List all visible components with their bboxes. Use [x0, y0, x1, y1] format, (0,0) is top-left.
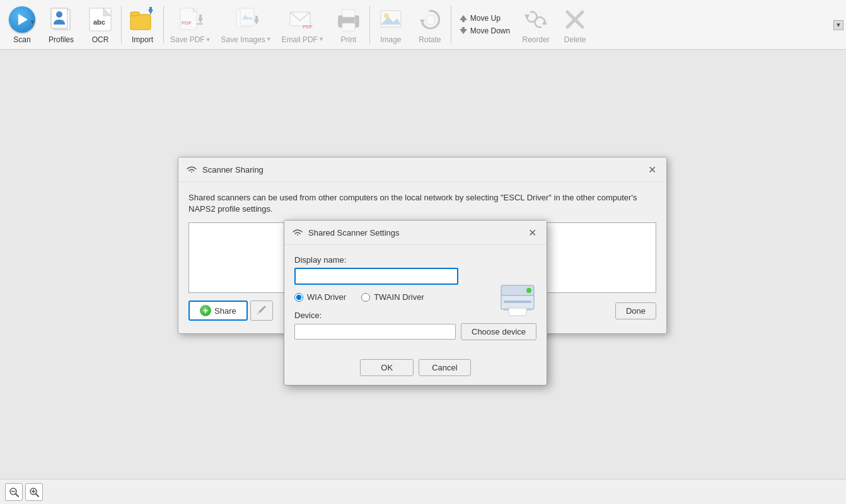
display-name-field-label: Display name: — [294, 255, 536, 265]
svg-marker-35 — [460, 29, 467, 34]
device-input[interactable] — [294, 324, 456, 340]
svg-text:PDF: PDF — [303, 24, 313, 30]
delete-label: Delete — [564, 35, 586, 44]
image-label: Image — [380, 35, 401, 44]
svg-rect-1 — [51, 8, 67, 28]
email-pdf-label: Email PDF — [282, 35, 318, 44]
svg-rect-20 — [255, 16, 258, 21]
svg-rect-9 — [149, 7, 152, 11]
image-button[interactable]: Image — [371, 2, 410, 47]
toolbar: ▼ Scan Profiles — [0, 0, 846, 50]
edit-scanner-button[interactable] — [250, 301, 273, 321]
svg-rect-43 — [504, 301, 531, 303]
shared-scanner-settings-dialog: Shared Scanner Settings ✕ Display name: — [284, 220, 547, 386]
svg-rect-15 — [197, 23, 203, 25]
move-down-button[interactable]: Move Down — [456, 25, 513, 37]
scan-dropdown-arrow[interactable]: ▼ — [30, 19, 35, 25]
move-down-label: Move Down — [470, 26, 510, 35]
ocr-button[interactable]: abc OCR — [81, 2, 120, 47]
scanner-illustration — [499, 283, 536, 319]
save-images-button[interactable]: Save Images ▼ — [216, 2, 277, 47]
svg-rect-47 — [526, 308, 531, 311]
zoom-out-icon — [9, 487, 19, 497]
save-pdf-dropdown-arrow[interactable]: ▼ — [206, 37, 211, 43]
import-icon — [129, 7, 156, 32]
svg-rect-6 — [130, 14, 151, 30]
save-images-icon — [233, 7, 260, 32]
svg-marker-32 — [460, 15, 467, 20]
move-up-button[interactable]: Move Up — [456, 12, 503, 25]
delete-icon — [562, 7, 588, 32]
save-pdf-button[interactable]: PDF Save PDF ▼ — [165, 2, 216, 47]
wia-driver-radio[interactable] — [294, 293, 303, 302]
reorder-button[interactable]: Reorder — [516, 2, 555, 47]
ocr-label: OCR — [92, 35, 109, 44]
email-pdf-icon: PDF — [289, 7, 316, 32]
svg-rect-27 — [381, 11, 401, 27]
main-content-area: Scanner Sharing ✕ Shared scanners can be… — [0, 50, 846, 504]
twain-driver-label-text: TWAIN Driver — [374, 292, 424, 302]
scan-label: Scan — [13, 35, 30, 44]
import-label: Import — [132, 35, 153, 44]
delete-button[interactable]: Delete — [555, 2, 594, 47]
zoom-in-icon — [29, 487, 39, 497]
twain-driver-radio[interactable] — [361, 293, 370, 302]
svg-point-44 — [526, 288, 531, 293]
share-scanner-button[interactable]: + Share — [188, 301, 248, 321]
save-pdf-icon: PDF — [178, 7, 203, 32]
print-button[interactable]: Print — [329, 2, 368, 47]
display-name-input[interactable] — [294, 268, 458, 285]
shared-scanner-wifi-icon — [292, 228, 303, 237]
shared-scanner-close-button[interactable]: ✕ — [525, 226, 539, 239]
reorder-label: Reorder — [523, 35, 550, 44]
print-icon — [336, 7, 361, 32]
save-pdf-label: Save PDF — [170, 35, 205, 44]
svg-marker-30 — [420, 20, 425, 25]
profiles-label: Profiles — [49, 35, 74, 44]
wia-driver-radio-label[interactable]: WIA Driver — [294, 292, 346, 302]
save-images-label: Save Images — [221, 35, 265, 44]
scanner-image-icon — [499, 283, 536, 317]
save-images-dropdown-arrow[interactable]: ▼ — [266, 36, 272, 42]
svg-text:abc: abc — [93, 18, 105, 26]
wia-driver-label-text: WIA Driver — [307, 292, 346, 302]
svg-point-26 — [354, 20, 356, 22]
profiles-icon — [49, 7, 74, 32]
svg-line-54 — [36, 494, 38, 496]
toolbar-expand-area: ▼ — [833, 0, 843, 50]
divider-4 — [451, 6, 451, 43]
divider-1 — [121, 6, 122, 43]
choose-device-button[interactable]: Choose device — [461, 323, 536, 340]
import-button[interactable]: Import — [123, 2, 162, 47]
toolbar-expand-button[interactable]: ▼ — [833, 20, 843, 30]
scan-button[interactable]: ▼ Scan — [3, 2, 42, 47]
scanner-sharing-close-button[interactable]: ✕ — [645, 163, 659, 176]
email-pdf-dropdown-arrow[interactable]: ▼ — [318, 36, 324, 42]
svg-text:PDF: PDF — [182, 20, 192, 26]
shared-scanner-action-buttons: OK Cancel — [284, 353, 547, 385]
share-plus-icon: + — [200, 305, 211, 316]
move-up-label: Move Up — [470, 14, 501, 23]
done-button[interactable]: Done — [615, 302, 656, 319]
scanner-sharing-title: Scanner Sharing — [186, 165, 264, 175]
rotate-button[interactable]: Rotate — [410, 2, 449, 47]
zoom-in-button[interactable] — [25, 483, 43, 501]
move-up-arrow-icon — [459, 14, 468, 23]
scanner-sharing-titlebar: Scanner Sharing ✕ — [178, 158, 666, 182]
reorder-icon — [523, 7, 548, 32]
rotate-label: Rotate — [419, 35, 441, 44]
zoom-out-button[interactable] — [5, 483, 23, 501]
shared-scanner-settings-titlebar: Shared Scanner Settings ✕ — [284, 220, 547, 245]
svg-point-2 — [56, 11, 62, 18]
scanner-sharing-footer-left: + Share — [188, 301, 273, 321]
svg-rect-33 — [462, 20, 465, 22]
profiles-button[interactable]: Profiles — [42, 2, 81, 47]
ok-button[interactable]: OK — [360, 359, 414, 376]
cancel-button[interactable]: Cancel — [419, 359, 470, 376]
twain-driver-radio-label[interactable]: TWAIN Driver — [361, 292, 424, 302]
email-pdf-button[interactable]: PDF Email PDF ▼ — [277, 2, 329, 47]
shared-scanner-settings-title-text: Shared Scanner Settings — [308, 228, 400, 238]
svg-marker-37 — [542, 20, 547, 25]
move-updown-area[interactable]: Move Up Move Down — [453, 2, 516, 47]
shared-scanner-settings-title-area: Shared Scanner Settings — [292, 228, 400, 238]
